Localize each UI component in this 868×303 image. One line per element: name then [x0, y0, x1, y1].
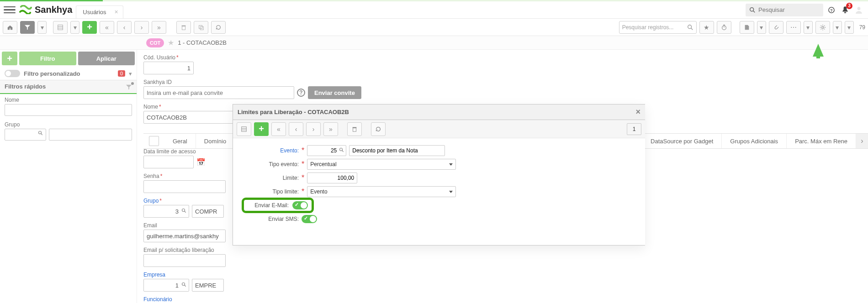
- email-input[interactable]: [143, 230, 226, 242]
- star-button[interactable]: ★: [699, 21, 714, 34]
- emailsolic-input[interactable]: [143, 254, 226, 267]
- tab-dominio[interactable]: Domínio: [196, 134, 235, 148]
- final-dropdown[interactable]: ▾: [845, 21, 854, 34]
- settings-dropdown[interactable]: ▾: [833, 21, 842, 34]
- sb-nome-label: Nome: [5, 97, 132, 103]
- svg-point-23: [182, 283, 185, 286]
- user-avatar-icon[interactable]: [853, 5, 864, 16]
- nome-label: Nome: [143, 104, 158, 110]
- chevron-down-icon: [449, 163, 453, 166]
- sankhyaid-label: Sankhya ID: [143, 79, 862, 85]
- favorite-star-icon[interactable]: ★: [168, 38, 174, 47]
- refresh-button[interactable]: [211, 21, 226, 34]
- filter-button[interactable]: [20, 21, 35, 34]
- sb-grupo-label: Grupo: [5, 121, 132, 128]
- tab-parc-max[interactable]: Parc. Máx em Rene: [787, 134, 856, 148]
- tab-grupos-adicionais[interactable]: Grupos Adicionais: [722, 134, 787, 148]
- main-toolbar: ▾ ▾ + « ‹ › » Pesquisar registros... ★ ▾…: [0, 19, 868, 36]
- funnel-icon[interactable]: [126, 83, 132, 90]
- dlg-grid-button[interactable]: [237, 122, 251, 136]
- dlg-tipoevento-select[interactable]: Percentual: [307, 159, 456, 170]
- last-page-button[interactable]: »: [152, 21, 166, 34]
- attention-arrow-stem: [816, 54, 820, 58]
- toggle-enviar-sms[interactable]: ✓: [302, 215, 317, 223]
- dlg-evento-desc[interactable]: [349, 145, 445, 156]
- dlg-refresh-button[interactable]: [371, 122, 386, 136]
- export-button[interactable]: [740, 21, 754, 34]
- filtros-rapidos-header: Filtros rápidos: [0, 80, 137, 94]
- sb-nome-input[interactable]: [5, 104, 132, 116]
- svg-point-13: [688, 25, 691, 28]
- add-filter-button[interactable]: +: [2, 52, 17, 65]
- svg-text:?: ?: [830, 8, 832, 12]
- sb-nome-field: Nome: [0, 94, 137, 119]
- dialog-close-button[interactable]: ×: [635, 107, 640, 117]
- search-icon: [38, 131, 43, 136]
- next-button[interactable]: ›: [134, 21, 149, 34]
- aplicar-button[interactable]: Aplicar: [78, 52, 135, 65]
- duplicate-button[interactable]: [194, 21, 208, 34]
- timer-button[interactable]: [717, 21, 731, 34]
- app-header: Sankhya Usuários × Pesquisar ? 3: [0, 1, 868, 19]
- dlg-email-label: Enviar E-Mail:: [246, 202, 289, 209]
- tabs-overflow-button[interactable]: ›: [856, 134, 868, 148]
- grupo-desc-input[interactable]: [192, 205, 224, 218]
- help-icon[interactable]: ?: [826, 5, 837, 16]
- codusuario-label: Cód. Usuário: [143, 54, 175, 61]
- empresa-desc-input[interactable]: [192, 279, 224, 292]
- svg-rect-32: [353, 128, 356, 131]
- add-button[interactable]: +: [82, 21, 97, 34]
- attachment-button[interactable]: [769, 21, 783, 34]
- chevron-down-icon[interactable]: ▾: [129, 70, 132, 77]
- enviar-convite-button[interactable]: Enviar convite: [308, 86, 361, 99]
- toggle-enviar-email[interactable]: ✓: [292, 201, 308, 209]
- more-dropdown[interactable]: ▾: [804, 21, 813, 34]
- dlg-next-button[interactable]: ›: [306, 122, 321, 136]
- sankhyaid-input[interactable]: [143, 86, 294, 99]
- filter-dropdown[interactable]: ▾: [37, 21, 47, 34]
- tab-usuarios[interactable]: Usuários ×: [76, 5, 123, 18]
- filtro-button[interactable]: Filtro: [19, 52, 76, 65]
- dlg-prev-button[interactable]: ‹: [289, 122, 303, 136]
- sb-grupo-desc-input[interactable]: [49, 129, 132, 141]
- grid-view-button[interactable]: [53, 21, 68, 34]
- calendar-icon[interactable]: 📅: [196, 158, 206, 167]
- filtro-personalizado-row[interactable]: Filtro personalizado 0 ▾: [0, 67, 137, 80]
- more-button[interactable]: ⋯: [786, 21, 801, 34]
- grid-dropdown[interactable]: ▾: [70, 21, 79, 34]
- codusuario-input[interactable]: [143, 62, 194, 74]
- senha-input[interactable]: [143, 180, 226, 193]
- datalimite-input[interactable]: [143, 156, 194, 168]
- svg-point-0: [750, 7, 754, 11]
- record-search[interactable]: Pesquisar registros...: [619, 21, 697, 34]
- first-page-button[interactable]: «: [100, 21, 114, 34]
- emailsolic-label: Email p/ solicitação liberação: [143, 247, 862, 253]
- settings-button[interactable]: [815, 21, 830, 34]
- menu-icon[interactable]: [4, 4, 16, 16]
- info-icon[interactable]: ?: [297, 89, 305, 97]
- notifications-icon[interactable]: 3: [840, 5, 851, 16]
- dlg-add-button[interactable]: +: [254, 122, 269, 136]
- select-all-checkbox[interactable]: [149, 136, 159, 146]
- tab-datasource[interactable]: DataSource por Gadget: [642, 134, 722, 148]
- svg-point-19: [39, 131, 42, 134]
- export-dropdown[interactable]: ▾: [757, 21, 766, 34]
- dlg-last-button[interactable]: »: [323, 122, 338, 136]
- dlg-first-button[interactable]: «: [271, 122, 286, 136]
- delete-button[interactable]: [176, 21, 191, 34]
- func-label: Funcionário: [143, 296, 862, 303]
- prev-button[interactable]: ‹: [117, 21, 132, 34]
- global-search[interactable]: Pesquisar: [746, 4, 823, 16]
- tab-geral[interactable]: Geral: [164, 134, 196, 148]
- toggle-personalizado[interactable]: [5, 70, 20, 77]
- brand-name: Sankhya: [35, 5, 72, 15]
- dlg-tipolimite-select[interactable]: Evento: [307, 186, 456, 197]
- close-icon[interactable]: ×: [115, 8, 118, 16]
- svg-point-18: [821, 26, 823, 28]
- dlg-delete-button[interactable]: [347, 122, 362, 136]
- svg-line-35: [342, 151, 344, 152]
- svg-line-20: [41, 133, 42, 135]
- dlg-limite-input[interactable]: [307, 172, 357, 183]
- home-button[interactable]: [3, 21, 17, 34]
- search-icon: [687, 24, 693, 31]
